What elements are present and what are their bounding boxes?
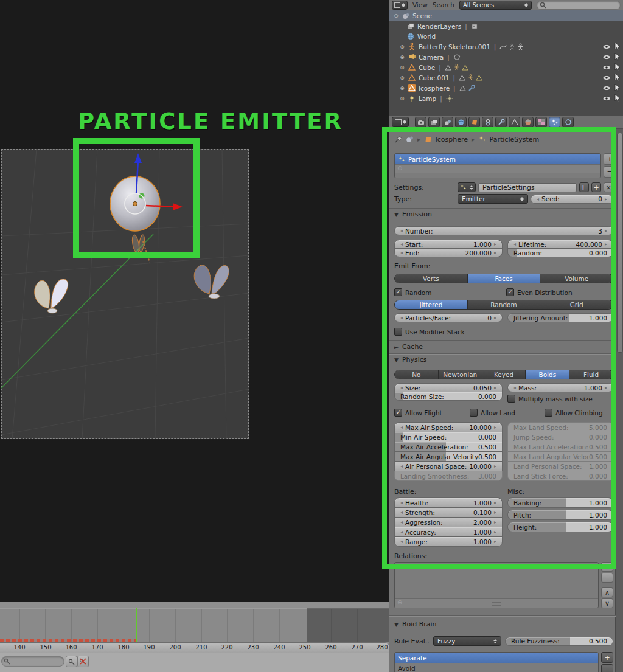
tab-constraints[interactable] bbox=[482, 117, 493, 128]
butterfly-particle-right[interactable] bbox=[187, 258, 236, 307]
lifetime-field[interactable]: Lifetime:400.000 bbox=[507, 240, 613, 249]
distribution-jittered[interactable]: Jittered bbox=[395, 300, 468, 309]
boid-rule-remove-button[interactable]: − bbox=[601, 664, 613, 672]
lifetime-random-field[interactable]: Random:0.000 bbox=[507, 248, 613, 257]
display-mode-dropdown[interactable]: All Scenes bbox=[459, 1, 532, 10]
particle-system-list[interactable]: ParticleSystem ⊕ bbox=[394, 153, 601, 178]
outliner-row-scene[interactable]: ⊖ Scene bbox=[389, 10, 623, 21]
size-field[interactable]: Size:0.050 bbox=[394, 383, 503, 392]
max-land-acceleration-field[interactable]: Max Land Acceleration:0.500 bbox=[507, 442, 613, 452]
insert-keyframe-button[interactable] bbox=[66, 656, 77, 667]
visibility-eye-icon[interactable] bbox=[602, 44, 611, 50]
emit-from-verts[interactable]: Verts bbox=[395, 274, 468, 283]
viewport-3d[interactable]: PARTICLE EMITTER bbox=[0, 0, 389, 602]
pin-icon[interactable] bbox=[394, 136, 402, 144]
max-air-angular-velocity-field[interactable]: Max Air Angular Velocity:0.500 bbox=[394, 451, 503, 462]
visibility-eye-icon[interactable] bbox=[602, 64, 611, 71]
keying-set-field[interactable] bbox=[1, 656, 64, 667]
selectability-cursor-icon[interactable] bbox=[614, 53, 621, 61]
emit-from-faces[interactable]: Faces bbox=[468, 274, 541, 283]
boid-rules-list[interactable]: Separate Avoid bbox=[394, 652, 599, 672]
mass-field[interactable]: Mass:1.000 bbox=[507, 383, 613, 392]
random-order-checkbox[interactable]: ✓ Random bbox=[394, 288, 431, 296]
physics-no[interactable]: No bbox=[395, 370, 439, 379]
outliner-row-butterfly-skeleton[interactable]: ⊕ Butterfly Skeleton.001 | bbox=[389, 41, 623, 52]
air-personal-space-field[interactable]: Air Personal Space:10.000 bbox=[394, 461, 503, 471]
expand-toggle-icon[interactable]: ⊕ bbox=[399, 44, 405, 50]
pitch-field[interactable]: Pitch:1.000 bbox=[507, 510, 613, 520]
selectability-cursor-icon[interactable] bbox=[614, 94, 621, 102]
physics-boids[interactable]: Boids bbox=[526, 370, 569, 379]
tab-render-layers[interactable] bbox=[428, 117, 440, 128]
tab-material[interactable] bbox=[522, 117, 534, 128]
breadcrumb-data[interactable]: ParticleSystem bbox=[490, 136, 540, 144]
outliner-row-cube[interactable]: ⊕ Cube | bbox=[389, 62, 623, 72]
particles-per-face-field[interactable]: Particles/Face:0 bbox=[394, 313, 503, 322]
list-resize-grip[interactable] bbox=[492, 602, 501, 606]
rule-eval-dropdown[interactable]: Fuzzy bbox=[433, 636, 501, 646]
cache-panel-header[interactable]: ► Cache bbox=[394, 343, 423, 351]
view-menu[interactable]: View bbox=[412, 1, 428, 9]
relations-move-down-button[interactable]: ∨ bbox=[601, 598, 613, 608]
boid-brain-panel-header[interactable]: ▼ Boid Brain bbox=[394, 620, 437, 628]
tab-modifiers[interactable] bbox=[495, 117, 507, 128]
editor-type-button[interactable] bbox=[392, 1, 408, 10]
expand-toggle-icon[interactable]: ⊕ bbox=[399, 75, 405, 81]
list-resize-grip[interactable] bbox=[493, 168, 503, 171]
random-size-field[interactable]: Random Size:0.000 bbox=[394, 392, 503, 401]
tab-physics[interactable] bbox=[562, 117, 574, 128]
end-field[interactable]: End:200.000 bbox=[394, 248, 503, 257]
panel-expand-icon[interactable]: ▼ bbox=[394, 212, 399, 218]
distribution-grid[interactable]: Grid bbox=[540, 300, 613, 309]
even-distribution-checkbox[interactable]: ✓ Even Distribution bbox=[506, 288, 573, 296]
settings-name-field[interactable]: ParticleSettings bbox=[478, 183, 577, 192]
boid-rule-avoid[interactable]: Avoid bbox=[395, 663, 598, 672]
particle-system-add-button[interactable]: + bbox=[604, 153, 616, 165]
selectability-cursor-icon[interactable] bbox=[614, 74, 621, 81]
tab-particles[interactable] bbox=[549, 117, 560, 128]
boid-rule-add-button[interactable]: + bbox=[601, 652, 613, 663]
max-air-acceleration-field[interactable]: Max Air Acceleration:0.500 bbox=[394, 442, 503, 452]
relations-remove-button[interactable]: − bbox=[601, 573, 613, 583]
butterfly-particle-left[interactable] bbox=[29, 271, 78, 319]
properties-scrollbar[interactable] bbox=[615, 129, 623, 672]
selectability-cursor-icon[interactable] bbox=[614, 63, 621, 71]
selectability-cursor-icon[interactable] bbox=[614, 84, 621, 92]
visibility-eye-icon[interactable] bbox=[602, 95, 611, 102]
physics-panel-header[interactable]: ▼ Physics bbox=[394, 356, 427, 364]
height-field[interactable]: Height:1.000 bbox=[507, 522, 613, 532]
outliner-row-world[interactable]: World bbox=[389, 31, 623, 41]
visibility-eye-icon[interactable] bbox=[602, 85, 611, 91]
physics-newtonian[interactable]: Newtonian bbox=[439, 370, 482, 379]
outliner-search-input[interactable] bbox=[537, 1, 621, 10]
selectability-cursor-icon[interactable] bbox=[614, 43, 621, 50]
expand-toggle-icon[interactable]: ⊕ bbox=[399, 64, 405, 71]
strength-field[interactable]: Strength:0.100 bbox=[394, 507, 503, 518]
physics-keyed[interactable]: Keyed bbox=[482, 370, 526, 379]
expand-toggle-icon[interactable]: ⊕ bbox=[399, 85, 405, 91]
outliner-row-renderlayers[interactable]: RenderLayers | bbox=[389, 21, 623, 31]
timeline-playhead[interactable] bbox=[136, 608, 137, 642]
fake-user-button[interactable]: F bbox=[579, 182, 589, 192]
panel-expand-icon[interactable]: ▼ bbox=[394, 357, 399, 363]
panel-expand-icon[interactable]: ▼ bbox=[394, 622, 399, 628]
tab-object[interactable] bbox=[468, 117, 480, 128]
range-field[interactable]: Range:1.000 bbox=[394, 536, 503, 547]
outliner-row-camera[interactable]: ⊕ Camera | bbox=[389, 52, 623, 62]
outliner-row-lamp[interactable]: ⊕ Lamp | bbox=[389, 93, 623, 103]
type-dropdown[interactable]: Emitter bbox=[458, 194, 528, 204]
outliner-row-icosphere[interactable]: ⊕ Icosphere | bbox=[389, 83, 623, 93]
timeline-editor[interactable]: 140 150 160 170 180 190 200 210 220 230 … bbox=[0, 602, 389, 672]
min-air-speed-field[interactable]: Min Air Speed:0.000 bbox=[394, 432, 503, 442]
relations-move-up-button[interactable]: ∧ bbox=[601, 587, 613, 597]
tab-texture[interactable] bbox=[535, 117, 547, 128]
tab-world[interactable] bbox=[455, 117, 467, 128]
tab-render[interactable] bbox=[415, 117, 426, 128]
emit-from-volume[interactable]: Volume bbox=[540, 274, 613, 283]
aggression-field[interactable]: Aggression:2.000 bbox=[394, 517, 503, 527]
rule-fuzziness-field[interactable]: Rule Fuzziness:0.500 bbox=[505, 637, 613, 646]
banking-field[interactable]: Banking:1.000 bbox=[507, 497, 613, 508]
editor-type-button[interactable] bbox=[392, 117, 409, 127]
unlink-settings-button[interactable]: × bbox=[604, 182, 613, 192]
list-add-icon[interactable]: ⊕ bbox=[397, 165, 402, 171]
